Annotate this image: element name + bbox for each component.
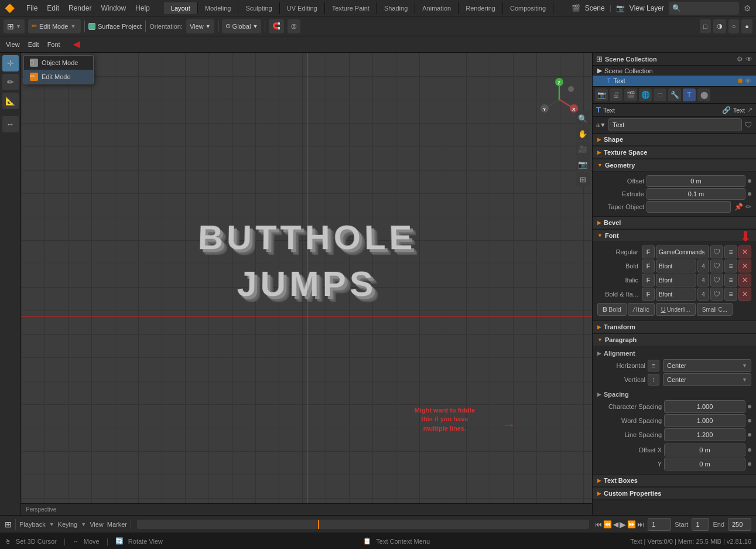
em-edit-btn[interactable]: Edit <box>26 40 42 49</box>
play-first-btn[interactable]: ⏮ <box>595 520 602 528</box>
section-texture-space-header[interactable]: ▶ Texture Space <box>593 146 756 159</box>
filter-icon[interactable]: ⚙ <box>744 4 751 13</box>
section-geometry-header[interactable]: ▼ Geometry <box>593 159 756 172</box>
italic-name[interactable]: Bfont <box>656 274 696 287</box>
vp-icon-grid[interactable]: ⊞ <box>576 172 590 186</box>
filter-icon[interactable]: ⚙ <box>737 55 743 63</box>
prop-tab-output[interactable]: 🖨 <box>610 88 622 101</box>
smallcaps-style-btn[interactable]: Small C... <box>697 303 733 316</box>
tab-uv-editing[interactable]: UV Editing <box>280 2 325 14</box>
regular-x-btn[interactable]: ✕ <box>738 245 751 258</box>
tab-modeling[interactable]: Modeling <box>198 2 239 14</box>
prop-tab-material[interactable]: ⬤ <box>697 88 710 101</box>
italic-link-btn[interactable]: ≡ <box>724 274 737 287</box>
tool-annotate[interactable]: ✏ <box>2 74 19 90</box>
section-text-boxes-header[interactable]: ▶ Text Boxes <box>593 475 756 487</box>
bolditalic-f-btn[interactable]: F <box>642 288 655 301</box>
spacing-header[interactable]: ▶ Spacing <box>597 390 751 399</box>
tool-move[interactable]: ↔ <box>2 116 19 132</box>
bold-num[interactable]: 4 <box>697 260 709 272</box>
editor-type-selector[interactable]: ⊞ ▼ <box>4 19 25 33</box>
section-shape-header[interactable]: ▶ Shape <box>593 134 756 146</box>
line-spacing-field[interactable]: 1.200 <box>664 428 745 441</box>
em-font-btn[interactable]: Font <box>45 40 63 49</box>
bold-f-btn[interactable]: F <box>642 260 655 272</box>
current-frame-field[interactable]: 1 <box>648 518 671 531</box>
section-paragraph-header[interactable]: ▼ Paragraph <box>593 334 756 346</box>
bolditalic-link-btn[interactable]: ≡ <box>724 288 737 301</box>
tab-animation[interactable]: Animation <box>415 2 459 14</box>
italic-x-btn[interactable]: ✕ <box>738 274 751 287</box>
view-layer-label[interactable]: View Layer <box>630 4 664 12</box>
viewport-shading-material[interactable]: ○ <box>728 19 740 33</box>
taper-pin-icon[interactable]: 📌 <box>734 203 743 211</box>
word-spacing-field[interactable]: 1.000 <box>664 414 745 427</box>
tool-cursor[interactable]: ✛ <box>2 55 19 71</box>
viewport-shading-solid[interactable]: ◑ <box>713 19 726 33</box>
bold-link-btn[interactable]: ≡ <box>724 260 737 272</box>
menu-file[interactable]: File <box>24 3 40 13</box>
regular-shield-icon[interactable]: 🛡 <box>710 245 723 258</box>
scene-item-text[interactable]: T Text 👁 <box>593 76 756 86</box>
bold-x-btn[interactable]: ✕ <box>738 260 751 272</box>
prop-tab-render[interactable]: 📷 <box>595 88 608 101</box>
horizontal-dropdown[interactable]: Center ▼ <box>663 359 751 372</box>
tab-sculpting[interactable]: Sculpting <box>238 2 279 14</box>
play-btn[interactable]: ▶ <box>620 520 626 529</box>
vp-icon-camera[interactable]: 📷 <box>576 157 590 171</box>
regular-link-btn[interactable]: ≡ <box>724 245 737 258</box>
tab-rendering[interactable]: Rendering <box>459 2 503 14</box>
tab-compositing[interactable]: Compositing <box>503 2 553 14</box>
prop-tab-object[interactable]: □ <box>654 88 666 101</box>
scene-collection-root[interactable]: ▶ Scene Collection <box>593 66 756 76</box>
orientation-selector[interactable]: View ▼ <box>186 19 214 33</box>
bold-style-btn[interactable]: B Bold <box>597 303 627 316</box>
bolditalic-shield-icon[interactable]: 🛡 <box>710 288 723 301</box>
snap-btn[interactable]: 🧲 <box>269 19 284 33</box>
italic-f-btn[interactable]: F <box>642 274 655 287</box>
bolditalic-name[interactable]: Bfont <box>656 288 696 301</box>
viewport-shading-render[interactable]: ● <box>741 19 752 33</box>
scene-label[interactable]: Scene <box>585 4 605 12</box>
extrude-field[interactable]: 0.1 m <box>646 188 745 200</box>
play-last-btn[interactable]: ⏭ <box>637 520 644 528</box>
italic-num[interactable]: 4 <box>697 274 709 287</box>
menu-edit[interactable]: Edit <box>45 3 61 13</box>
regular-f-btn[interactable]: F <box>642 245 655 258</box>
mode-selector[interactable]: ✏ Edit Mode ▼ <box>28 19 81 33</box>
eye-visible-icon[interactable]: 👁 <box>745 77 751 84</box>
section-bevel-header[interactable]: ▶ Bevel <box>593 217 756 229</box>
prop-tab-world[interactable]: 🌐 <box>639 88 652 101</box>
tool-measure[interactable]: 📐 <box>2 93 19 109</box>
regular-name[interactable]: GameCommands <box>656 245 709 258</box>
italic-style-btn[interactable]: / Italic <box>628 303 655 316</box>
viewport-shading-wire[interactable]: □ <box>700 19 711 33</box>
tab-shading[interactable]: Shading <box>377 2 415 14</box>
bold-shield-icon[interactable]: 🛡 <box>710 260 723 272</box>
taper-pen-icon[interactable]: ✏ <box>745 203 751 211</box>
section-transform-header[interactable]: ▶ Transform <box>593 321 756 333</box>
play-prev-btn[interactable]: ⏪ <box>603 520 612 528</box>
bolditalic-num[interactable]: 4 <box>697 288 709 301</box>
taper-field[interactable] <box>646 201 731 213</box>
tl-playback[interactable]: Playback <box>19 521 46 528</box>
char-spacing-field[interactable]: 1.000 <box>664 400 745 413</box>
underline-style-btn[interactable]: U Underli... <box>656 303 696 316</box>
prop-tab-data[interactable]: T <box>683 88 696 101</box>
section-custom-props-header[interactable]: ▶ Custom Properties <box>593 487 756 500</box>
vertical-dropdown[interactable]: Center ▼ <box>663 373 751 386</box>
menu-render[interactable]: Render <box>66 3 94 13</box>
tl-menu-icon[interactable]: ⊞ <box>5 520 12 529</box>
section-font-header[interactable]: ▼ Font ⬇ <box>593 230 756 242</box>
surface-project-checkbox[interactable]: Surface Project <box>88 23 142 30</box>
object-name-shield[interactable]: 🛡 <box>744 120 752 129</box>
dropdown-edit-mode[interactable]: ✏ Edit Mode <box>24 70 93 84</box>
italic-shield-icon[interactable]: 🛡 <box>710 274 723 287</box>
play-next-btn[interactable]: ⏩ <box>627 520 636 528</box>
vp-icon-orbit[interactable]: 🎥 <box>576 142 590 156</box>
vp-icon-magnify[interactable]: 🔍 <box>576 111 590 125</box>
prop-tab-modifier[interactable]: 🔧 <box>668 88 681 101</box>
eye-icon[interactable]: 👁 <box>745 55 752 63</box>
offset-y-field[interactable]: 0 m <box>664 458 745 470</box>
tl-view[interactable]: View <box>90 521 104 528</box>
